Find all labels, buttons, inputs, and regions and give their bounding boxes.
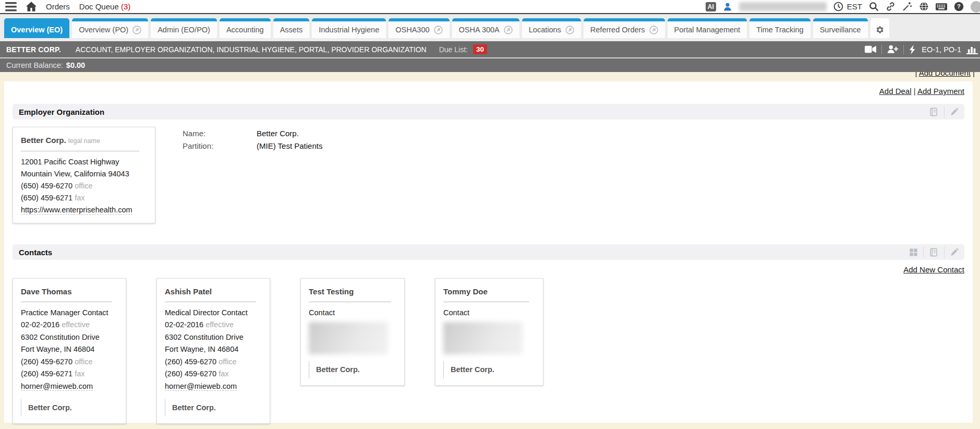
gear-icon	[875, 25, 885, 34]
contact-name: Ashish Patel	[165, 285, 262, 298]
cream-strip: | Add Document |	[0, 72, 980, 81]
tab-industrial-hygiene[interactable]: Industrial Hygiene	[312, 18, 386, 38]
field-label: Partition:	[183, 141, 257, 150]
contact-email-line: horner@mieweb.com	[165, 380, 262, 393]
quick-nav-shortcuts[interactable]: EO-1, PO-1	[922, 45, 961, 54]
nav-doc-queue[interactable]: Doc Queue (3)	[79, 2, 130, 11]
nav-orders[interactable]: Orders	[46, 2, 70, 11]
lightning-icon[interactable]	[909, 45, 916, 54]
effective-label: effective	[62, 320, 90, 329]
avatar[interactable]	[971, 1, 980, 13]
section-title: Contacts	[19, 248, 52, 257]
tab-osha300[interactable]: OSHA300	[389, 18, 449, 38]
contact-fax-line: (260) 459-6270 fax	[165, 368, 262, 380]
contact-org: Better Corp.	[21, 399, 118, 416]
tab-referred-orders[interactable]: Referred Orders	[584, 18, 665, 38]
contact-effective-line: 02-02-2016 effective	[165, 319, 262, 331]
bar-chart-icon[interactable]	[966, 45, 978, 54]
add-deal-link[interactable]: Add Deal	[879, 87, 912, 96]
balance-label: Current Balance:	[6, 61, 63, 69]
contact-card: Test Testing Contact Better Corp.	[300, 278, 405, 386]
deal-payment-links: Add Deal | Add Payment	[13, 87, 964, 96]
contact-address-line1: 6302 Constitution Drive	[21, 331, 118, 344]
tab-assets[interactable]: Assets	[273, 18, 310, 38]
contact-fax-line: (260) 459-6271 fax	[21, 368, 118, 380]
search-icon[interactable]	[869, 2, 879, 11]
divider	[21, 302, 112, 302]
divider	[21, 151, 139, 151]
contact-email-link[interactable]: horner@mieweb.com	[21, 382, 93, 391]
grid-view-icon[interactable]	[909, 248, 918, 257]
main-panel: Add Deal | Add Payment Employer Organiza…	[4, 81, 973, 423]
edit-pencil-icon[interactable]	[950, 107, 959, 116]
tab-label: OSHA 300A	[459, 26, 500, 34]
redacted-contact-photo	[309, 322, 388, 354]
org-categories: ACCOUNT, EMPLOYER ORGANIZATION, INDUSTRI…	[76, 45, 427, 54]
contact-effective-line: 02-02-2016 effective	[21, 319, 118, 331]
fax-type-label: fax	[75, 370, 84, 378]
tab-label: Locations	[529, 26, 561, 34]
contact-address-line2: Fort Wayne, IN 46804	[21, 343, 118, 356]
user-icon[interactable]	[723, 2, 732, 11]
tab-label: Overview (PO)	[79, 26, 128, 34]
section-title: Employer Organization	[19, 108, 104, 116]
tab-osha-300a[interactable]: OSHA 300A	[452, 18, 519, 38]
tab-locations[interactable]: Locations	[522, 18, 581, 38]
journal-icon[interactable]	[929, 107, 939, 117]
tab-surveillance[interactable]: Surveillance	[813, 18, 868, 38]
ai-badge[interactable]: AI	[706, 2, 716, 11]
fax-type-label: fax	[75, 194, 84, 202]
wand-icon[interactable]	[902, 2, 912, 11]
external-link-icon	[434, 26, 443, 34]
tab-label: Assets	[280, 26, 303, 34]
employer-org-section-header: Employer Organization	[13, 104, 964, 120]
section-actions	[929, 106, 959, 117]
tab-admin-eo-po[interactable]: Admin (EO/PO)	[151, 18, 217, 38]
tab-label: OSHA300	[395, 26, 429, 34]
org-phone-line: (650) 459-6270 office	[21, 180, 147, 192]
link-icon[interactable]	[886, 2, 896, 11]
add-user-icon[interactable]	[887, 45, 898, 54]
field-label: Name:	[183, 129, 257, 138]
tab-accounting[interactable]: Accounting	[220, 18, 271, 38]
edit-pencil-icon[interactable]	[950, 247, 959, 257]
tab-settings[interactable]	[870, 18, 889, 38]
separator: |	[914, 87, 916, 96]
section-actions	[909, 246, 959, 258]
add-payment-link[interactable]: Add Payment	[917, 87, 964, 96]
external-link-icon	[649, 26, 658, 34]
journal-icon[interactable]	[929, 247, 939, 257]
tab-portal-management[interactable]: Portal Management	[668, 18, 747, 38]
add-document-link[interactable]: Add Document	[919, 72, 971, 77]
balance-value: $0.00	[66, 61, 85, 69]
tab-overview-eo[interactable]: Overview (EO)	[4, 18, 69, 38]
phone-type-label: office	[219, 358, 236, 366]
divider	[944, 106, 945, 117]
tab-overview-po[interactable]: Overview (PO)	[72, 18, 148, 38]
separator: |	[973, 72, 975, 77]
tab-label: Accounting	[226, 26, 264, 34]
hamburger-menu-icon[interactable]	[5, 2, 17, 11]
contact-cards-row: Dave Thomas Practice Manager Contact 02-…	[13, 278, 964, 424]
top-bar-left: Orders Doc Queue (3)	[5, 2, 130, 11]
clock-icon[interactable]	[833, 2, 843, 11]
contact-email-link[interactable]: horner@mieweb.com	[165, 382, 237, 391]
globe-icon[interactable]	[919, 2, 929, 11]
tab-time-tracking[interactable]: Time Tracking	[749, 18, 810, 38]
top-bar: Orders Doc Queue (3) AI EST ?	[0, 0, 980, 14]
org-context-right: EO-1, PO-1	[865, 45, 978, 54]
redacted-contact-photo	[443, 322, 523, 354]
video-camera-icon[interactable]	[865, 45, 876, 53]
org-website-link[interactable]: https://www.enterprisehealth.com	[21, 206, 132, 214]
contact-address-line2: Fort Wayne, IN 46804	[165, 343, 262, 356]
help-icon[interactable]: ?	[954, 2, 964, 11]
field-value: Better Corp.	[257, 129, 299, 138]
home-icon[interactable]	[26, 2, 37, 11]
org-address-line2: Mountain View, California 94043	[21, 168, 147, 180]
employer-org-card: Better Corp. legal name 12001 Pacific Co…	[13, 127, 155, 223]
tab-label: Admin (EO/PO)	[158, 26, 210, 34]
divider	[944, 246, 945, 258]
add-new-contact-link[interactable]: Add New Contact	[903, 265, 964, 274]
keyboard-icon[interactable]	[936, 3, 947, 11]
due-list-badge[interactable]: 30	[473, 44, 487, 54]
